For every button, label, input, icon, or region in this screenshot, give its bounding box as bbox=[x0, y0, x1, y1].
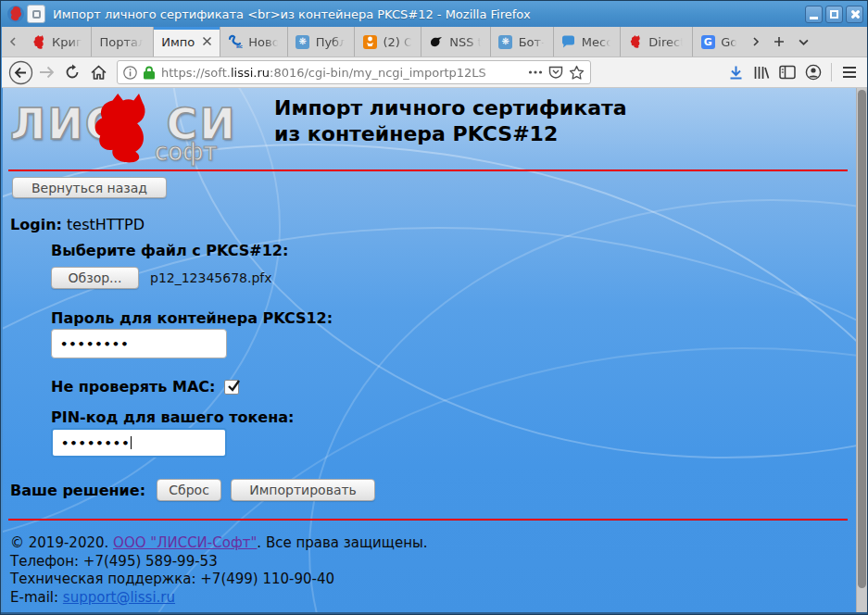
forward-button[interactable] bbox=[33, 59, 59, 85]
list-all-tabs-button[interactable] bbox=[791, 27, 815, 56]
support-email-link[interactable]: support@lissi.ru bbox=[63, 589, 175, 606]
url-path: :8016/cgi-bin/my_ncgi_importp12LS bbox=[270, 66, 486, 80]
checkmark-icon bbox=[226, 378, 242, 394]
tab-label: Крип bbox=[52, 35, 83, 49]
back-button[interactable] bbox=[7, 59, 33, 85]
tab-nss[interactable]: NSS t bbox=[421, 27, 490, 56]
pin-label: PIN-код для вашего токена: bbox=[51, 408, 294, 426]
tab-bar: Крип Портал Импо нс Ново ❋ Публ bbox=[2, 27, 868, 57]
login-value: testHTTPD bbox=[67, 216, 145, 233]
email-line: E-mail: support@lissi.ru bbox=[10, 589, 428, 607]
scroll-tabs-left-button[interactable] bbox=[2, 27, 24, 56]
starburst-icon: ❋ bbox=[296, 34, 310, 49]
lissi-fox-logo-icon bbox=[92, 94, 151, 164]
library-button[interactable] bbox=[748, 59, 774, 85]
sidebar-button[interactable] bbox=[774, 59, 800, 85]
tab-direct[interactable]: Direct bbox=[621, 27, 693, 56]
download-arrow-icon bbox=[728, 65, 744, 81]
file-label: Выберите файл с PKCS#12: bbox=[51, 242, 288, 259]
window-title: Импорт личного сертификата <br>из контей… bbox=[53, 7, 805, 21]
account-button[interactable] bbox=[800, 59, 826, 85]
tab-portal[interactable]: Портал bbox=[92, 27, 154, 56]
page-info-icon[interactable] bbox=[123, 66, 137, 80]
svg-text:нс: нс bbox=[236, 44, 243, 49]
url-domain: lissi.ru bbox=[231, 66, 270, 80]
tab-label: Портал bbox=[99, 35, 145, 49]
plus-icon bbox=[774, 36, 785, 47]
chevron-right-icon bbox=[751, 37, 761, 46]
logo-subtext: софт bbox=[155, 138, 218, 166]
close-button[interactable] bbox=[846, 6, 863, 23]
window-menu-button[interactable] bbox=[27, 5, 45, 23]
tab-translate[interactable]: G Go bbox=[693, 27, 745, 56]
decision-label: Ваше решение: bbox=[10, 482, 145, 499]
scrollbar-thumb[interactable] bbox=[858, 90, 866, 588]
login-line: Login: testHTTPD bbox=[10, 216, 145, 233]
google-translate-icon: G bbox=[700, 34, 715, 49]
forward-arrow-icon bbox=[37, 63, 56, 82]
tab-novo[interactable]: нс Ново bbox=[220, 27, 287, 56]
selected-file-name: p12_12345678.pfx bbox=[150, 270, 272, 285]
library-icon bbox=[753, 65, 770, 81]
new-tab-button[interactable] bbox=[767, 27, 791, 56]
reload-button[interactable] bbox=[59, 59, 85, 85]
text-caret bbox=[131, 436, 132, 449]
divider-bottom bbox=[8, 519, 848, 521]
scroll-tabs-right-button[interactable] bbox=[745, 27, 767, 56]
import-button[interactable]: Импортировать bbox=[231, 479, 375, 501]
page-content: ЛИССИ софт Импорт личного сертификата из… bbox=[3, 88, 867, 612]
page-actions-icon[interactable] bbox=[528, 69, 543, 75]
chevron-down-icon bbox=[799, 37, 809, 47]
url-bar[interactable]: https://soft.lissi.ru:8016/cgi-bin/my_nc… bbox=[117, 60, 591, 84]
downloads-button[interactable] bbox=[723, 59, 748, 85]
menu-button[interactable] bbox=[837, 59, 862, 85]
account-icon bbox=[805, 64, 822, 81]
pin-value: •••••••• bbox=[61, 436, 130, 450]
firefox-window: Импорт личного сертификата <br>из контей… bbox=[0, 0, 868, 615]
tab-import-active[interactable]: Импо bbox=[154, 27, 220, 56]
home-icon bbox=[90, 64, 107, 82]
navigation-toolbar: https://soft.lissi.ru:8016/cgi-bin/my_nc… bbox=[2, 57, 868, 88]
ok-ru-icon bbox=[362, 34, 377, 49]
phone-line: Телефон: +7(495) 589-99-53 bbox=[10, 553, 428, 571]
pin-input[interactable]: •••••••• bbox=[51, 428, 227, 458]
tab-label: Ново bbox=[248, 35, 279, 49]
password-label: Пароль для контейнера PKCS12: bbox=[51, 309, 333, 327]
reset-button[interactable]: Сброс bbox=[157, 479, 221, 501]
tab-ok[interactable]: (2) О bbox=[355, 27, 421, 56]
mac-row: Не проверять MAC: bbox=[51, 378, 239, 395]
go-back-button[interactable]: Вернуться назад bbox=[12, 177, 167, 198]
black-bird-icon bbox=[429, 34, 444, 49]
tab-bot[interactable]: ❋ Бот- bbox=[491, 27, 554, 56]
mac-label: Не проверять MAC: bbox=[51, 378, 215, 395]
password-input[interactable] bbox=[51, 329, 227, 358]
mac-checkbox[interactable] bbox=[224, 380, 239, 395]
titlebar[interactable]: Импорт личного сертификата <br>из контей… bbox=[1, 1, 867, 27]
tab-mess[interactable]: Месс bbox=[554, 27, 622, 56]
tab-publ[interactable]: ❋ Публ bbox=[288, 27, 356, 56]
support-line: Техническая поддержка: +7(499) 110-90-40 bbox=[10, 571, 428, 588]
page-footer: © 2019-2020. ООО "ЛИССИ-Софт". Все права… bbox=[10, 534, 428, 607]
starburst-icon: ❋ bbox=[498, 34, 513, 49]
maximize-button[interactable] bbox=[825, 6, 843, 23]
lissi-logo: ЛИССИ софт bbox=[10, 97, 260, 171]
page-title: Импорт личного сертификата из контейнера… bbox=[274, 95, 627, 147]
home-button[interactable] bbox=[85, 59, 111, 85]
secure-lock-icon[interactable] bbox=[143, 66, 156, 80]
tab-close-icon[interactable] bbox=[202, 36, 212, 48]
pocket-icon[interactable] bbox=[548, 65, 563, 80]
bookmark-star-icon[interactable] bbox=[569, 65, 585, 81]
tab-kripto[interactable]: Крип bbox=[24, 27, 92, 56]
browse-button[interactable]: Обзор... bbox=[51, 267, 139, 289]
lissi-fox-icon bbox=[31, 34, 46, 49]
phone-icon: нс bbox=[228, 34, 243, 49]
hamburger-icon bbox=[842, 66, 857, 79]
tab-label: (2) О bbox=[383, 35, 413, 49]
url-text[interactable]: https://soft.lissi.ru:8016/cgi-bin/my_nc… bbox=[161, 66, 522, 80]
window-bottom-border bbox=[1, 612, 867, 614]
minimize-button[interactable] bbox=[805, 6, 823, 23]
lissi-soft-link[interactable]: ООО "ЛИССИ-Софт" bbox=[113, 534, 257, 551]
vertical-scrollbar[interactable] bbox=[856, 88, 867, 612]
firefox-logo-icon bbox=[6, 5, 25, 23]
url-prefix: https://soft. bbox=[161, 66, 231, 80]
